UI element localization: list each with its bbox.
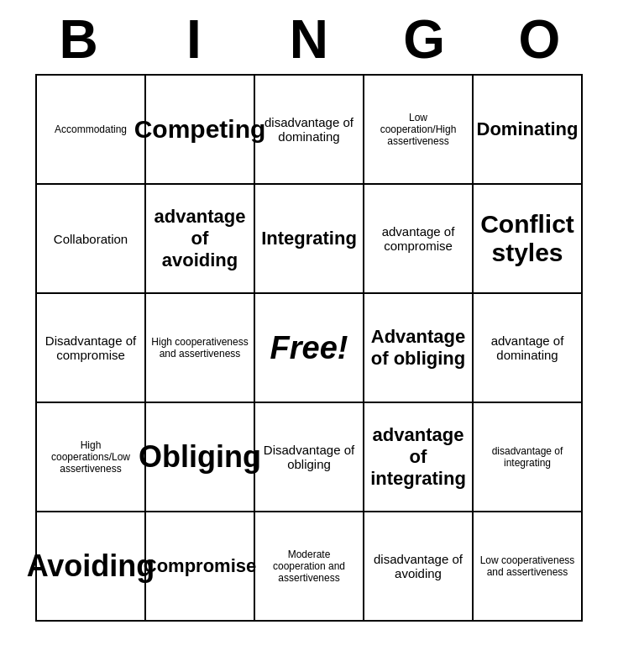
bingo-cell-11: High cooperativeness and assertiveness	[146, 294, 255, 403]
cell-text-12: Free!	[270, 330, 348, 366]
cell-text-2: disadvantage of dominating	[260, 115, 358, 144]
bingo-cell-22: Moderate cooperation and assertiveness	[255, 512, 364, 622]
cell-text-19: disadvantage of integrating	[479, 445, 576, 469]
bingo-cell-19: disadvantage of integrating	[474, 403, 583, 512]
cell-text-23: disadvantage of avoiding	[369, 552, 467, 580]
bingo-cell-24: Low cooperativeness and assertiveness	[474, 512, 583, 622]
bingo-cell-7: Integrating	[255, 185, 364, 294]
cell-text-1: Competing	[134, 115, 266, 144]
bingo-cell-12: Free!	[255, 294, 364, 403]
cell-text-18: advantage of integrating	[369, 424, 467, 490]
cell-text-3: Low cooperation/High assertiveness	[369, 112, 467, 147]
header-g: G	[369, 8, 479, 71]
cell-text-14: advantage of dominating	[479, 333, 576, 362]
bingo-cell-15: High cooperations/Low assertiveness	[37, 403, 146, 512]
cell-text-22: Moderate cooperation and assertiveness	[260, 549, 358, 584]
cell-text-17: Disadvantage of obliging	[260, 443, 358, 471]
cell-text-7: Integrating	[261, 228, 357, 249]
cell-text-13: Advantage of obliging	[369, 326, 467, 370]
cell-text-0: Accommodating	[55, 123, 127, 135]
bingo-cell-10: Disadvantage of compromise	[37, 294, 146, 403]
bingo-cell-14: advantage of dominating	[474, 294, 583, 403]
bingo-cell-17: Disadvantage of obliging	[255, 403, 364, 512]
bingo-cell-5: Collaboration	[37, 185, 146, 294]
cell-text-4: Dominating	[477, 118, 579, 140]
bingo-cell-2: disadvantage of dominating	[255, 76, 364, 185]
bingo-cell-20: Avoiding	[37, 512, 146, 622]
bingo-cell-8: advantage of compromise	[364, 185, 474, 294]
header-o: O	[484, 8, 594, 71]
cell-text-5: Collaboration	[54, 232, 128, 246]
cell-text-15: High cooperations/Low assertiveness	[42, 439, 139, 475]
bingo-cell-9: Conflict styles	[474, 185, 583, 294]
cell-text-24: Low cooperativeness and assertiveness	[479, 554, 576, 578]
bingo-grid: AccommodatingCompetingdisadvantage of do…	[35, 74, 583, 622]
bingo-cell-3: Low cooperation/High assertiveness	[364, 76, 474, 185]
header-i: I	[139, 8, 249, 71]
header-n: N	[254, 8, 364, 71]
cell-text-20: Avoiding	[27, 549, 155, 584]
bingo-header: B I N G O	[21, 8, 597, 71]
bingo-cell-16: Obliging	[146, 403, 255, 512]
bingo-cell-6: advantage of avoiding	[146, 185, 255, 294]
cell-text-11: High cooperativeness and assertiveness	[151, 336, 249, 360]
cell-text-9: Conflict styles	[479, 210, 576, 267]
bingo-cell-1: Competing	[146, 76, 255, 185]
bingo-cell-4: Dominating	[474, 76, 583, 185]
cell-text-8: advantage of compromise	[369, 224, 467, 253]
bingo-cell-21: Compromise	[146, 512, 255, 622]
bingo-cell-23: disadvantage of avoiding	[364, 512, 474, 622]
bingo-cell-13: Advantage of obliging	[364, 294, 474, 403]
cell-text-16: Obliging	[139, 439, 261, 475]
header-b: B	[24, 8, 134, 71]
cell-text-10: Disadvantage of compromise	[42, 333, 139, 362]
bingo-cell-0: Accommodating	[37, 76, 146, 185]
bingo-cell-18: advantage of integrating	[364, 403, 474, 512]
cell-text-21: Compromise	[144, 555, 256, 577]
cell-text-6: advantage of avoiding	[151, 206, 249, 271]
